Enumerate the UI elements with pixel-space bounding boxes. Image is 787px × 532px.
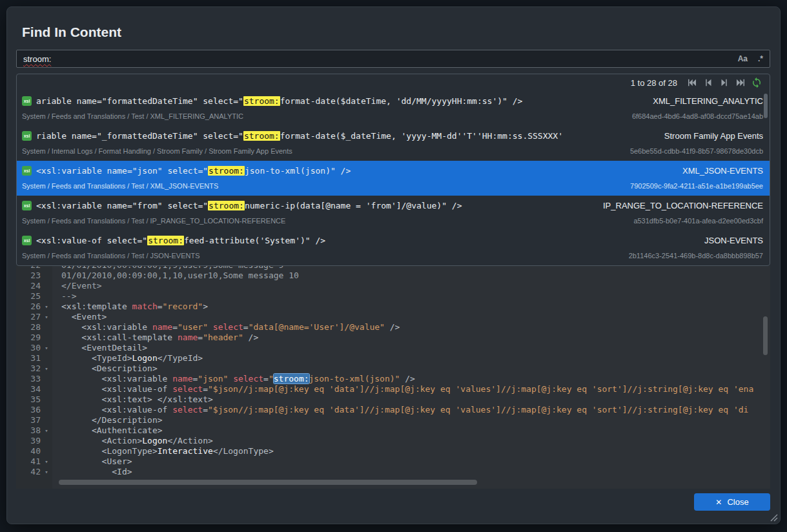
code-text: <xsl:value-of select="$json//j:map[@j:ke… [52, 384, 753, 394]
last-page-button[interactable] [734, 76, 747, 89]
line-number: 42 [16, 467, 41, 477]
result-item[interactable]: xslriable name="_formattedDateTime" sele… [17, 126, 770, 161]
close-icon: ✕ [715, 498, 722, 506]
result-item[interactable]: xsl<xsl:variable name="from" select="str… [17, 196, 770, 230]
result-doc-name: JSON-EVENTS [704, 236, 763, 245]
result-code-snippet: <xsl:value-of select="stroom:feed-attrib… [36, 236, 693, 245]
fold-arrow-icon[interactable]: ▾ [41, 456, 52, 467]
next-page-icon [719, 77, 730, 88]
fold-spacer [41, 322, 52, 332]
regex-toggle-icon[interactable]: .* [758, 54, 763, 63]
code-text: --> [52, 291, 76, 302]
pagination-label: 1 to 28 of 28 [631, 78, 677, 88]
code-text: <Action>Logon</Action> [52, 436, 213, 446]
fold-arrow-icon[interactable]: ▾ [41, 425, 52, 436]
close-button[interactable]: ✕ Close [694, 493, 770, 511]
code-text: </Description> [52, 415, 163, 425]
result-doc-name: XML_JSON-EVENTS [682, 166, 763, 176]
results-panel: 1 to 28 of 28 xslariable name="formatted… [16, 74, 770, 266]
code-text: 01/01/2010,00:09:00,1,10,user10,Some mes… [52, 271, 299, 281]
editor-line: 38▾ <Authenticate> [16, 425, 770, 436]
editor-line: 39 <Action>Logon</Action> [16, 436, 770, 446]
match-case-toggle-icon[interactable]: Aa [738, 54, 748, 63]
editor-line: 31 <TypeId>Logon</TypeId> [16, 353, 770, 363]
fold-arrow-icon[interactable]: ▾ [41, 312, 52, 322]
editor-line: 27▾ <Event> [16, 312, 770, 322]
code-text: <xsl:call-template name="header" /> [52, 332, 258, 343]
fold-arrow-icon[interactable]: ▾ [41, 363, 52, 374]
result-code-snippet: ariable name="formattedDateTime" select=… [36, 96, 641, 106]
editor-line: 28 <xsl:variable name="user" select="dat… [16, 322, 770, 332]
editor-lines: 2201/01/2010,00:08:00,1,9,user9,Some mes… [16, 266, 770, 477]
line-number: 39 [16, 436, 41, 446]
code-text: <Event> [52, 312, 107, 322]
result-item[interactable]: xslariable name="formattedDateTime" sele… [17, 91, 770, 126]
first-page-button[interactable] [686, 76, 699, 89]
previous-page-icon [702, 77, 714, 88]
line-number: 40 [16, 446, 41, 456]
result-code-snippet: <xsl:variable name="from" select="stroom… [36, 201, 591, 210]
fold-arrow-icon[interactable]: ▾ [41, 302, 52, 312]
code-text: <LogonType>Interactive</LogonType> [52, 446, 274, 456]
code-text: <Authenticate> [52, 425, 163, 436]
code-text: <Id> [52, 467, 132, 477]
result-path: System / Feeds and Translations / Test /… [22, 112, 620, 120]
line-number: 33 [16, 374, 41, 384]
code-text: <TypeId>Logon</TypeId> [52, 353, 203, 363]
results-list: xslariable name="formattedDateTime" sele… [17, 91, 770, 265]
line-number: 34 [16, 384, 41, 394]
line-number: 30 [16, 343, 41, 353]
editor-line: 40 <LogonType>Interactive</LogonType> [16, 446, 770, 456]
editor-line: 32▾ <Description> [16, 363, 770, 374]
fold-spacer [41, 291, 52, 302]
line-number: 29 [16, 332, 41, 343]
editor-horizontal-scrollbar[interactable] [59, 480, 477, 485]
result-item[interactable]: xsl<xsl:value-of select="stroom:feed-att… [17, 230, 770, 265]
resize-handle[interactable] [768, 512, 778, 522]
editor-vertical-scrollbar[interactable] [763, 316, 768, 355]
code-text: </Event> [52, 281, 102, 291]
result-doc-name: XML_FILTERING_ANALYTIC [653, 96, 763, 106]
result-uuid: 7902509c-9fa2-4211-a51e-a1be199ab5ee [630, 182, 763, 190]
editor-line: 35 <xsl:text> </xsl:text> [16, 394, 770, 405]
fold-spacer [41, 415, 52, 425]
search-input[interactable]: stroom: Aa .* [16, 50, 770, 68]
editor-line: 42▾ <Id> [16, 467, 770, 477]
editor-match-highlight: stroom: [274, 374, 309, 384]
result-path: System / Feeds and Translations / Test /… [22, 182, 618, 190]
editor-line: 36 <xsl:value-of select="$json//j:map[@j… [16, 405, 770, 415]
fold-spacer [41, 332, 52, 343]
line-number: 41 [16, 456, 41, 467]
xslt-doc-icon: xsl [22, 201, 32, 210]
line-number: 37 [16, 415, 41, 425]
code-text: <xsl:variable name="json" select="stroom… [52, 374, 415, 384]
result-uuid: 5e6be55d-cdbb-41f9-8b57-98678de30dcb [630, 147, 763, 155]
result-doc-name: IP_RANGE_TO_LOCATION-REFERENCE [603, 201, 763, 210]
pagination-bar: 1 to 28 of 28 [17, 74, 770, 91]
fold-spacer [41, 353, 52, 363]
fold-arrow-icon[interactable]: ▾ [41, 343, 52, 353]
code-text: <xsl:text> </xsl:text> [52, 394, 213, 405]
result-path: System / Feeds and Translations / Test /… [22, 252, 617, 260]
editor-line: 30▾ <EventDetail> [16, 343, 770, 353]
line-number: 26 [16, 302, 41, 312]
code-text: <User> [52, 456, 132, 467]
results-vertical-scrollbar[interactable] [764, 94, 768, 118]
xslt-doc-icon: xsl [22, 166, 32, 176]
xslt-editor[interactable]: 2201/01/2010,00:08:00,1,9,user9,Some mes… [16, 266, 770, 489]
result-item[interactable]: xsl<xsl:variable name="json" select="str… [17, 161, 770, 196]
editor-line: 33 <xsl:variable name="json" select="str… [16, 374, 770, 384]
fold-arrow-icon[interactable]: ▾ [41, 467, 52, 477]
editor-line: 2301/01/2010,00:09:00,1,10,user10,Some m… [16, 271, 770, 281]
refresh-button[interactable] [750, 76, 763, 89]
match-highlight: stroom: [243, 131, 280, 141]
next-page-button[interactable] [718, 76, 731, 89]
last-page-icon [735, 77, 746, 88]
previous-page-button[interactable] [702, 76, 715, 89]
result-code-snippet: riable name="_formattedDateTime" select=… [36, 131, 653, 141]
search-query-text: stroom: [23, 54, 51, 64]
code-text: <xsl:variable name="user" select="data[@… [52, 322, 400, 332]
match-highlight: stroom: [208, 201, 245, 210]
fold-spacer [41, 384, 52, 394]
editor-line: 37 </Description> [16, 415, 770, 425]
